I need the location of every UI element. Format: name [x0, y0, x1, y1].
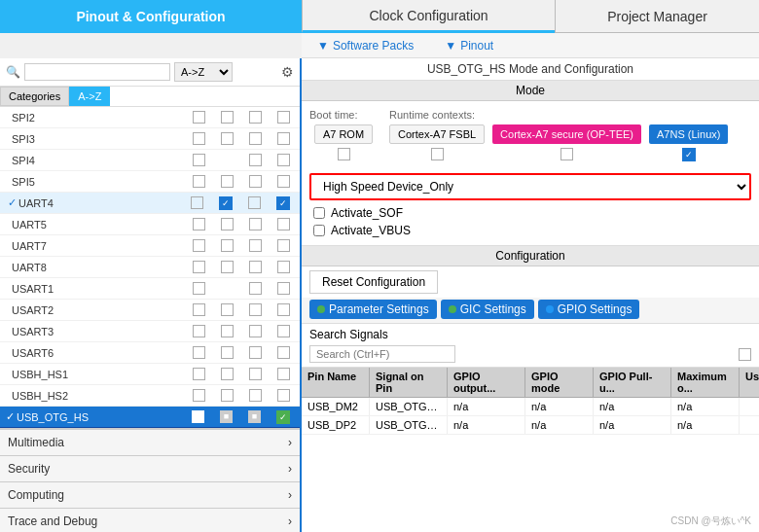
peripheral-list: SPI2 SPI3 SPI4 — [0, 107, 300, 532]
list-item[interactable]: SPI4 — [0, 150, 300, 171]
list-item[interactable]: USART6 — [0, 342, 300, 364]
search-signals-input[interactable] — [309, 345, 455, 363]
chevron-right-icon: › — [288, 462, 292, 476]
left-panel: 🔍 A->Z ⚙ Categories A->Z SPI2 — [0, 58, 302, 532]
nav-clock[interactable]: Clock Configuration — [302, 0, 555, 33]
mode-header: Mode — [302, 81, 759, 101]
sort-dropdown[interactable]: A->Z — [174, 62, 233, 82]
list-item[interactable]: USBH_HS2 — [0, 385, 300, 407]
boot-time-label: Boot time: — [309, 109, 358, 121]
config-header: Configuration — [302, 246, 759, 266]
config-section: Configuration Reset Configuration Parame… — [302, 246, 759, 532]
cat-section-header-computing[interactable]: Computing › — [0, 482, 300, 508]
cat-btn-categories[interactable]: Categories — [0, 87, 69, 106]
chevron-down-icon: ▼ — [317, 39, 329, 53]
chevron-right-icon: › — [288, 436, 292, 449]
list-item[interactable]: USART3 — [0, 321, 300, 342]
cat-section-header-security[interactable]: Security › — [0, 456, 300, 481]
list-item[interactable]: UART5 — [0, 214, 300, 235]
chevron-right-icon: › — [288, 514, 292, 528]
list-item-uart4[interactable]: ✓ UART4 ✓ ✓ — [0, 193, 300, 214]
list-item[interactable]: SPI2 — [0, 107, 300, 128]
cat-section-security: Security › — [0, 455, 300, 481]
right-panel: USB_OTG_HS Mode and Configuration Mode B… — [302, 58, 759, 532]
panel-title: USB_OTG_HS Mode and Configuration — [302, 58, 759, 81]
col-header-gpio-out: GPIO output... — [448, 368, 525, 397]
list-item[interactable]: UART7 — [0, 235, 300, 257]
cat-section-header-multimedia[interactable]: Multimedia › — [0, 430, 300, 455]
nav-pinout[interactable]: Pinout & Configuration — [0, 0, 302, 33]
tab-gpio-settings[interactable]: GPIO Settings — [538, 300, 640, 319]
activate-vbus-checkbox[interactable]: Activate_VBUS — [313, 224, 747, 237]
sub-nav-software-packs[interactable]: ▼ Software Packs — [302, 39, 429, 53]
cat-section-trace: Trace and Debug › — [0, 508, 300, 532]
high-speed-select[interactable]: High Speed Device_Only — [311, 175, 749, 198]
activate-sof-checkbox[interactable]: Activate_SOF — [313, 206, 747, 220]
col-header-us: Us — [740, 368, 759, 397]
runtime-label: Runtime contexts: — [389, 109, 751, 121]
list-item[interactable]: SPI5 — [0, 171, 300, 193]
list-item[interactable]: UART8 — [0, 257, 300, 278]
gear-icon[interactable]: ⚙ — [281, 64, 294, 80]
nav-project[interactable]: Project Manager — [555, 0, 759, 33]
signals-table: Pin Name Signal on Pin GPIO output... GP… — [302, 368, 759, 532]
list-item-usb-otg-hs[interactable]: ✓ USB_OTG_HS ■ ■ ✓ — [0, 407, 300, 428]
reset-config-button[interactable]: Reset Configuration — [309, 270, 438, 294]
chevron-right-icon: › — [288, 488, 292, 502]
list-item[interactable]: USART1 — [0, 278, 300, 300]
list-item[interactable]: SPI3 — [0, 128, 300, 150]
list-item[interactable]: USBH_HS1 — [0, 364, 300, 385]
col-header-pin-name: Pin Name — [302, 368, 370, 397]
col-header-signal: Signal on Pin — [370, 368, 448, 397]
search-icon: 🔍 — [6, 65, 20, 79]
cat-section-computing: Computing › — [0, 481, 300, 508]
tab-parameter-settings[interactable]: Parameter Settings — [309, 300, 437, 319]
sub-nav-pinout[interactable]: ▼ Pinout — [429, 39, 509, 53]
cat-btn-az[interactable]: A->Z — [69, 87, 110, 106]
search-input[interactable] — [24, 63, 170, 81]
cat-section-multimedia: Multimedia › — [0, 428, 300, 455]
watermark: CSDN @号炼い^K — [670, 514, 751, 528]
search-signals-label: Search Signals — [309, 328, 751, 341]
table-row[interactable]: USB_DP2 USB_OTG_.... n/a n/a n/a n/a — [302, 416, 759, 435]
col-header-gpio-pull: GPIO Pull-u... — [594, 368, 671, 397]
col-header-gpio-mode: GPIO mode — [525, 368, 594, 397]
tab-gic-settings[interactable]: GIC Settings — [441, 300, 534, 319]
col-header-max: Maximum o... — [671, 368, 740, 397]
mode-section: Mode Boot time: A7 ROM Runtime contexts: — [302, 81, 759, 246]
table-row[interactable]: USB_DM2 USB_OTG_.... n/a n/a n/a n/a — [302, 398, 759, 416]
cat-section-header-trace[interactable]: Trace and Debug › — [0, 509, 300, 532]
chevron-down-icon2: ▼ — [445, 39, 456, 53]
list-item[interactable]: USART2 — [0, 300, 300, 321]
